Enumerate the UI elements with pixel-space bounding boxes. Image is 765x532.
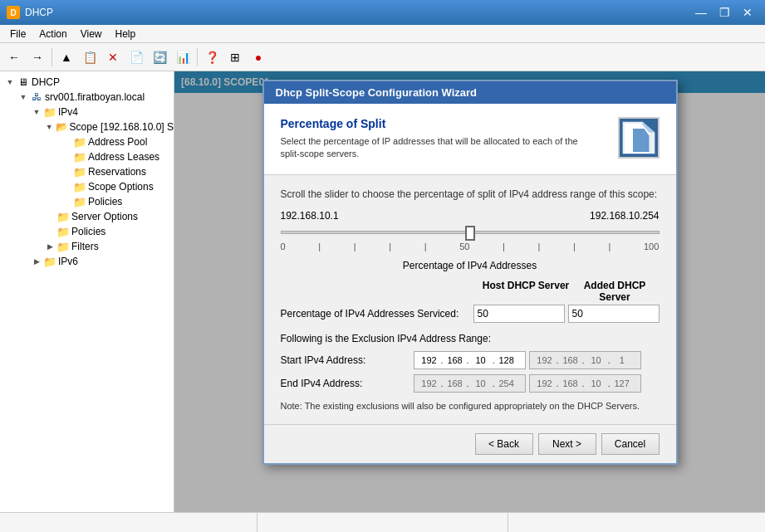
sidebar-label-policies2: Policies [71, 226, 105, 237]
sidebar-item-policies2[interactable]: 📁 Policies [0, 224, 174, 239]
delete-button[interactable]: ✕ [102, 46, 124, 68]
cancel-button[interactable]: Cancel [601, 433, 660, 455]
slider-ticks: 0 | | | | 50 | | | | 100 [281, 240, 660, 253]
ip-start-label: 192.168.10.1 [281, 210, 339, 222]
menu-help[interactable]: Help [109, 27, 143, 41]
sidebar-item-ipv6[interactable]: ▶ 📁 IPv6 [0, 254, 174, 269]
sidebar-item-dhcp[interactable]: ▼ 🖥 DHCP [0, 75, 174, 90]
sidebar-label-ipv6: IPv6 [58, 256, 78, 267]
sidebar-item-leases[interactable]: 📁 Address Leases [0, 149, 174, 164]
end-ipv4-row: End IPv4 Address: . . . [281, 374, 660, 393]
start-host-b[interactable] [444, 355, 467, 365]
start-host-a[interactable] [418, 355, 441, 365]
menu-view[interactable]: View [74, 27, 109, 41]
window-controls: — ❐ ✕ [690, 2, 758, 23]
help-button[interactable]: ❓ [201, 46, 223, 68]
sidebar-label-dhcp: DHCP [32, 76, 60, 88]
sidebar-item-ipv4[interactable]: ▼ 📁 IPv4 [0, 105, 174, 120]
wizard-header-text: Percentage of Split Select the percentag… [281, 117, 580, 161]
menu-action[interactable]: Action [32, 27, 73, 41]
start-host-d[interactable] [495, 355, 518, 365]
tick-1: | [318, 242, 321, 251]
close-button[interactable]: ✕ [737, 2, 758, 23]
sidebar-item-scopeoptions[interactable]: 📁 Scope Options [0, 179, 174, 194]
tick-50: 50 [459, 242, 469, 251]
view-button[interactable]: ⊞ [224, 46, 246, 68]
start-host-c[interactable] [469, 355, 493, 365]
ip-range-row: 192.168.10.1 192.168.10.254 [281, 210, 660, 222]
properties-button[interactable]: 📄 [125, 46, 147, 68]
sidebar-label-server: srv001.firatboyan.local [45, 91, 145, 103]
sidebar-item-server[interactable]: ▼ 🖧 srv001.firatboyan.local [0, 90, 174, 105]
main-area: ▼ 🖥 DHCP ▼ 🖧 srv001.firatboyan.local ▼ 📁… [0, 71, 765, 512]
wizard-body: Scroll the slider to choose the percenta… [264, 175, 676, 424]
pool-icon: 📁 [73, 135, 86, 149]
show-hide-button[interactable]: 📋 [79, 46, 101, 68]
sidebar-item-filters[interactable]: ▶ 📁 Filters [0, 239, 174, 254]
ipv4-icon: 📁 [43, 105, 56, 119]
toggle-filters[interactable]: ▶ [43, 242, 56, 251]
slider-track [281, 225, 660, 240]
next-button[interactable]: Next > [538, 433, 596, 455]
record-button[interactable]: ● [248, 46, 269, 68]
sidebar-label-reservations: Reservations [88, 166, 146, 178]
sidebar-item-policies[interactable]: 📁 Policies [0, 194, 174, 209]
restore-button[interactable]: ❐ [714, 2, 735, 23]
wizard-dialog: Dhcp Split-Scope Configuration Wizard Pe… [262, 80, 678, 465]
ip-end-label: 192.168.10.254 [590, 210, 659, 222]
export-button[interactable]: 📊 [172, 46, 194, 68]
dhcp-icon: 🖥 [17, 76, 30, 89]
sidebar-item-scope[interactable]: ▼ 📂 Scope [192.168.10.0] S [0, 120, 174, 134]
sidebar-item-serveroptions[interactable]: 📁 Server Options [0, 209, 174, 224]
refresh-button[interactable]: 🔄 [149, 46, 170, 68]
wizard-header: Percentage of Split Select the percentag… [264, 104, 676, 175]
back-button[interactable]: ← [3, 46, 25, 68]
tick-6: | [503, 242, 505, 251]
slider-thumb[interactable] [465, 226, 475, 241]
sidebar-label-leases: Address Leases [88, 151, 159, 163]
sidebar-item-pool[interactable]: 📁 Address Pool [0, 134, 174, 149]
sidebar-item-reservations[interactable]: 📁 Reservations [0, 164, 174, 179]
serveroptions-icon: 📁 [56, 210, 70, 223]
tick-9: | [609, 242, 611, 251]
end-host-a [418, 378, 441, 388]
slider-line [281, 231, 660, 234]
sidebar-label-ipv4: IPv4 [58, 106, 78, 118]
back-button[interactable]: < Back [475, 433, 533, 455]
start-host-ip[interactable]: . . . [414, 351, 526, 369]
title-bar-left: D DHCP [7, 6, 53, 19]
toggle-ipv6[interactable]: ▶ [30, 257, 43, 266]
pct-label: Percentage of IPv4 Addresses Serviced: [281, 308, 473, 320]
slider-label: Percentage of IPv4 Addresses [281, 260, 660, 271]
pct-host-input[interactable] [473, 305, 565, 323]
app-icon: D [7, 6, 20, 19]
tick-8: | [573, 242, 576, 251]
forward-button[interactable]: → [27, 46, 48, 68]
wizard-section-title: Percentage of Split [281, 117, 580, 130]
sidebar-label-policies: Policies [88, 196, 122, 207]
end-added-a [533, 378, 557, 388]
toggle-server[interactable]: ▼ [17, 93, 30, 101]
toggle-dhcp[interactable]: ▼ [3, 78, 17, 86]
pct-added-input[interactable] [568, 305, 660, 323]
slider-container: 0 | | | | 50 | | | | 100 [281, 225, 660, 253]
wizard-title-bar: Dhcp Split-Scope Configuration Wizard [264, 81, 676, 104]
menu-file[interactable]: File [3, 27, 32, 41]
end-added-b [559, 378, 582, 388]
sep2 [197, 48, 198, 66]
scopeoptions-icon: 📁 [73, 180, 86, 193]
sidebar-label-pool: Address Pool [88, 136, 147, 148]
excl-section: Following is the Exclusion IPv4 Address … [281, 333, 660, 393]
app-title: DHCP [25, 7, 53, 18]
toggle-scope[interactable]: ▼ [43, 123, 56, 131]
start-added-a [533, 355, 557, 365]
status-bar [0, 512, 765, 532]
up-button[interactable]: ▲ [56, 46, 77, 68]
modal-overlay: Dhcp Split-Scope Configuration Wizard Pe… [174, 71, 765, 512]
tick-4: | [424, 242, 427, 251]
start-added-b [559, 355, 582, 365]
toggle-ipv4[interactable]: ▼ [30, 108, 43, 116]
start-ipv4-label: Start IPv4 Address: [281, 354, 414, 366]
end-host-ip: . . . [414, 374, 526, 393]
minimize-button[interactable]: — [690, 2, 712, 23]
